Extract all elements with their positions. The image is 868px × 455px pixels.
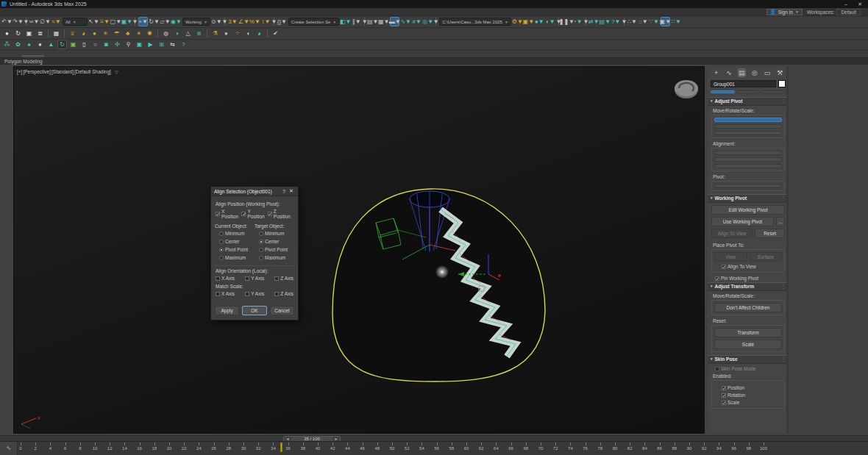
alignment-button[interactable] xyxy=(714,151,782,155)
chat-bubble-icon[interactable]: ◖ xyxy=(243,29,253,38)
menu-item[interactable] xyxy=(165,8,175,16)
place-view-button[interactable]: View xyxy=(714,252,747,262)
current-object-radio[interactable]: Pivot Point xyxy=(219,247,255,252)
rendered-frame-window-icon[interactable]: ▣▼ xyxy=(524,17,533,26)
time-slider-track[interactable]: ◄ 35 / 100 ► xyxy=(0,435,868,441)
grid-dots-icon[interactable]: ∷▼ xyxy=(672,17,681,26)
dont-affect-children-button[interactable]: Don't Affect Children xyxy=(714,303,782,312)
dialog-close-button[interactable]: ✕ xyxy=(288,188,295,194)
selection-lock-icon[interactable]: ▣▼ xyxy=(661,17,670,26)
render-setup-icon[interactable]: ⚙▼ xyxy=(513,17,522,26)
skin-pose-checkbox[interactable]: Rotation xyxy=(722,393,782,398)
rollout-header[interactable]: Adjust Transform⋮ xyxy=(708,282,789,291)
green-square-icon[interactable]: ▣ xyxy=(68,40,78,49)
help-icon[interactable]: ?▼ xyxy=(611,17,621,26)
crosshair-box-icon[interactable]: ⊞ xyxy=(157,40,166,49)
separator[interactable]: ▼ xyxy=(586,18,586,26)
separator[interactable]: ▼ xyxy=(26,18,26,26)
bulb-icon[interactable]: ● xyxy=(35,40,45,49)
toggle-ribbon-icon[interactable]: ▬▼ xyxy=(390,17,399,26)
paint-pair-icon[interactable]: ⁂ xyxy=(2,40,12,49)
align-to-view-button[interactable]: Align To View xyxy=(711,229,753,238)
target-object-radio[interactable]: Center xyxy=(259,239,294,244)
rectangular-selection-region-icon[interactable]: ▢▼ xyxy=(111,17,121,26)
isolate-selection-icon[interactable]: ∴▼ xyxy=(627,17,637,26)
apply-button[interactable]: Apply xyxy=(215,306,239,315)
hierarchy-subtab[interactable] xyxy=(761,90,786,93)
separator[interactable] xyxy=(48,29,49,37)
place-surface-button[interactable]: Surface xyxy=(750,252,783,262)
flask-icon[interactable]: ⚗ xyxy=(210,29,220,38)
orientation-checkbox[interactable]: Y Axis xyxy=(245,276,264,281)
separator[interactable] xyxy=(157,29,158,37)
select-and-scale-icon[interactable]: ▱▼ xyxy=(160,17,170,26)
pinwheel-icon[interactable]: ✣ xyxy=(113,40,122,49)
ball-in-box-icon[interactable]: ◙ xyxy=(102,40,111,49)
dialog-help-button[interactable]: ? xyxy=(280,189,288,194)
rollout-header[interactable]: Skin Pose⋮ xyxy=(708,355,789,364)
close-button[interactable]: ✕ xyxy=(858,1,862,7)
skin-pose-mode-checkbox[interactable]: Skin Pose Mode xyxy=(715,366,789,371)
menu-item[interactable] xyxy=(134,8,144,16)
menu-item[interactable] xyxy=(62,8,72,16)
curve-editor-icon[interactable]: ∿▼ xyxy=(401,17,410,26)
gray-ball-icon[interactable]: ● xyxy=(221,29,231,38)
sun-light-icon[interactable]: ☀ xyxy=(134,29,143,38)
tree-icon[interactable]: ▲ xyxy=(46,40,56,49)
light-goblet-icon[interactable]: ♕ xyxy=(68,29,77,38)
play-box-icon[interactable]: ▶ xyxy=(146,40,155,49)
menu-item[interactable] xyxy=(144,8,154,16)
redo-icon[interactable]: ↷▼ xyxy=(13,17,23,26)
separator[interactable] xyxy=(207,29,207,37)
ribbon-panel[interactable]: Polygon Modeling xyxy=(0,57,868,65)
minimize-button[interactable]: – xyxy=(844,1,847,7)
spinner-snap-icon[interactable]: ↕▼ xyxy=(261,17,271,26)
modify-tab[interactable]: ∿ xyxy=(725,68,733,77)
angle-snap-icon[interactable]: ∠▼ xyxy=(239,17,249,26)
separator[interactable]: ▼ xyxy=(274,18,274,26)
target-object-radio[interactable]: Minimum xyxy=(259,231,294,236)
help-ring-icon[interactable]: ? xyxy=(179,40,188,49)
scale-checkbox[interactable]: X Axis xyxy=(216,291,235,296)
use-pivot-point-center-icon[interactable]: ⊙▼ xyxy=(212,17,221,26)
hierarchy-subtab[interactable] xyxy=(736,90,761,93)
current-object-radio[interactable]: Center xyxy=(219,239,255,244)
edit-named-selection-sets-icon[interactable]: {}▼ xyxy=(277,17,287,26)
align-to-view-checkbox[interactable]: Align To View xyxy=(722,264,782,269)
mini-curve-editor-button[interactable]: ∿ xyxy=(0,442,18,455)
layers-icon[interactable]: ≋ xyxy=(194,29,204,38)
current-object-radio[interactable]: Maximum xyxy=(219,255,255,260)
snap-dots-icon[interactable]: ∵▼ xyxy=(650,17,659,26)
reset-pivot-button[interactable] xyxy=(714,184,782,188)
display-selected-icon[interactable]: ◌▼ xyxy=(638,17,648,26)
panel-scrollbar[interactable] xyxy=(786,66,789,434)
dome-light-icon[interactable]: ◕ xyxy=(79,29,88,38)
separator[interactable]: ▼ xyxy=(624,18,625,26)
target-object-radio[interactable]: Maximum xyxy=(259,255,294,260)
page-icon[interactable]: ▯ xyxy=(79,40,89,49)
display-tab[interactable]: ▭ xyxy=(763,68,771,77)
project-folder-dropdown[interactable]: C:\Users\Casu...3ds Max 2025▼ xyxy=(439,18,511,26)
position-checkbox[interactable]: Z Position xyxy=(268,209,294,219)
pivot-mode-button[interactable] xyxy=(714,118,782,122)
bind-to-space-warp-icon[interactable]: ≈▼ xyxy=(51,17,61,26)
circle-arrow-icon[interactable]: ↻ xyxy=(57,40,67,49)
separator[interactable] xyxy=(64,29,65,37)
ok-button[interactable]: OK xyxy=(242,306,266,315)
orientation-checkbox[interactable]: Z Axis xyxy=(274,276,294,281)
sun-positioner-icon[interactable]: ✺ xyxy=(145,29,154,38)
separator[interactable]: ▼ xyxy=(224,18,225,26)
object-name-field[interactable]: Group001 xyxy=(711,80,776,87)
separator[interactable] xyxy=(267,29,268,37)
separator[interactable]: ▼ xyxy=(435,18,436,26)
select-and-rotate-icon[interactable]: ↻▼ xyxy=(149,17,159,26)
toggle-layer-explorer-icon[interactable]: ▦▼ xyxy=(379,17,388,26)
wheel-light-icon[interactable]: ✳ xyxy=(101,29,110,38)
redo-render-icon[interactable]: ↻ xyxy=(13,29,23,38)
schematic-view-icon[interactable]: #▼ xyxy=(412,17,421,26)
menu-item[interactable] xyxy=(31,8,41,16)
alignment-button[interactable] xyxy=(714,164,782,168)
skin-pose-checkbox[interactable]: Position xyxy=(722,385,782,390)
window-crossing-icon[interactable]: ▣▼ xyxy=(122,17,132,26)
camera-icon[interactable]: ▣ xyxy=(24,29,34,38)
